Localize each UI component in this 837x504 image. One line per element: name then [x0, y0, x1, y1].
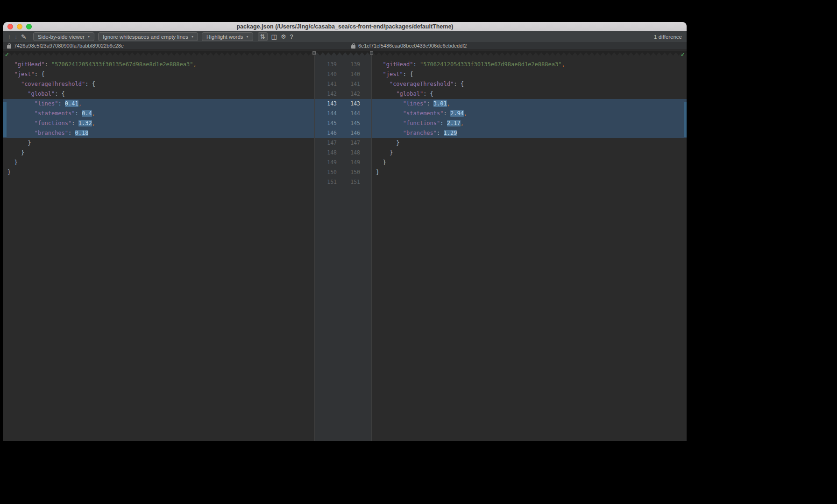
gutter-line-145[interactable]: 145145: [315, 119, 371, 128]
edit-icon[interactable]: ✎: [21, 34, 27, 40]
revision-bar: 7426a98c5f23a97080900fa7babbf89022b6e28e…: [3, 42, 687, 50]
code-token: : {: [423, 91, 433, 97]
line-number[interactable]: 144: [337, 109, 360, 119]
code-token: }: [7, 159, 18, 166]
line-number[interactable]: 139: [337, 60, 360, 70]
gutter-line-148[interactable]: 148148: [315, 148, 371, 158]
code-token: : {: [454, 81, 464, 87]
code-token: "lines": [403, 100, 427, 107]
line-number[interactable]: 143: [315, 99, 337, 109]
help-icon[interactable]: ?: [290, 34, 293, 40]
minimize-button[interactable]: [17, 24, 22, 29]
code-token: "jest": [14, 71, 34, 77]
gutter-line-143[interactable]: 143143: [315, 99, 371, 109]
line-number[interactable]: 145: [315, 119, 337, 128]
diff-window: package.json (/Users/Jing/c/casaba_sea/c…: [3, 22, 687, 441]
line-number[interactable]: 139: [315, 60, 337, 70]
change-marker-stripe[interactable]: [684, 102, 687, 137]
code-line-146: "branches": 1.29: [372, 128, 687, 138]
right-code-pane[interactable]: "gitHead": "57062412054333f30135e67d98ae…: [372, 51, 687, 441]
code-token: "functions": [403, 120, 440, 126]
window-title: package.json (/Users/Jing/c/casaba_sea/c…: [3, 23, 687, 30]
code-token: [376, 100, 403, 107]
code-token: : {: [85, 81, 95, 87]
viewer-mode-dropdown[interactable]: Side-by-side viewer ▾: [33, 32, 94, 41]
toolbar: ↑ ↓ ✎ Side-by-side viewer ▾ Ignore white…: [3, 31, 687, 42]
line-number[interactable]: 146: [337, 128, 360, 138]
code-token: "jest": [383, 71, 403, 77]
code-token: ,: [78, 100, 82, 107]
code-line-141: "coverageThreshold": {: [372, 79, 687, 89]
gutter-line-146[interactable]: 146146: [315, 128, 371, 138]
line-number[interactable]: 148: [315, 148, 337, 158]
close-button[interactable]: [7, 24, 13, 29]
code-line-150: }: [372, 168, 687, 177]
code-token: }: [376, 169, 379, 175]
code-token: 2.17: [447, 120, 461, 126]
line-number[interactable]: 150: [337, 168, 360, 177]
line-number[interactable]: 146: [315, 128, 337, 138]
line-number[interactable]: 147: [337, 138, 360, 148]
previous-difference-icon[interactable]: ↑: [8, 34, 11, 40]
gutter-line-149[interactable]: 149149: [315, 158, 371, 168]
folded-lines-separator[interactable]: [3, 51, 687, 56]
whitespace-mode-dropdown[interactable]: Ignore whitespaces and empty lines ▾: [98, 32, 198, 41]
gutter-line-139[interactable]: 139139: [315, 60, 371, 70]
line-number[interactable]: 143: [337, 99, 360, 109]
code-line-139: "gitHead": "57062412054333f30135e67d98ae…: [3, 60, 314, 70]
fold-marker-icon[interactable]: [312, 51, 316, 55]
gutter-line-151[interactable]: 151151: [315, 177, 371, 187]
gutter-line-142[interactable]: 142142: [315, 89, 371, 99]
code-line-145: "functions": 2.17,: [372, 119, 687, 128]
code-token: [376, 91, 396, 97]
line-number-gutter[interactable]: 1391391401401411411421421431431441441451…: [314, 51, 372, 441]
line-number[interactable]: 145: [337, 119, 360, 128]
code-token: :: [68, 130, 75, 136]
code-line-142: "global": {: [372, 89, 687, 99]
line-number[interactable]: 149: [315, 158, 337, 168]
line-number[interactable]: 140: [337, 70, 360, 79]
code-token: [7, 61, 14, 68]
next-difference-icon[interactable]: ↓: [14, 34, 17, 40]
fold-marker-icon[interactable]: [370, 51, 373, 55]
code-line-139: "gitHead": "57062412054333f30135e67d98ae…: [372, 60, 687, 70]
gear-icon[interactable]: ⚙: [281, 34, 286, 40]
code-token: "statements": [35, 110, 75, 117]
line-number[interactable]: 142: [315, 89, 337, 99]
gutter-line-147[interactable]: 147147: [315, 138, 371, 148]
code-line-150: }: [3, 168, 314, 177]
code-line-140: "jest": {: [372, 70, 687, 79]
collapse-unchanged-icon[interactable]: ⇅: [258, 32, 268, 41]
code-token: : {: [55, 91, 65, 97]
titlebar[interactable]: package.json (/Users/Jing/c/casaba_sea/c…: [3, 22, 687, 31]
code-line-143: "lines": 3.01,: [372, 99, 687, 109]
line-number[interactable]: 150: [315, 168, 337, 177]
line-number[interactable]: 140: [315, 70, 337, 79]
line-number[interactable]: 147: [315, 138, 337, 148]
two-panes-icon[interactable]: ◫: [271, 34, 277, 40]
line-number[interactable]: 141: [337, 79, 360, 89]
code-token: "57062412054333f30135e67d98ae8d1e2e888ea…: [51, 61, 193, 68]
line-number[interactable]: 141: [315, 79, 337, 89]
code-token: "coverageThreshold": [390, 81, 454, 87]
highlight-mode-dropdown[interactable]: Highlight words ▾: [202, 32, 253, 41]
line-number[interactable]: 142: [337, 89, 360, 99]
line-number[interactable]: 151: [337, 177, 360, 187]
gutter-line-144[interactable]: 144144: [315, 109, 371, 119]
change-marker-stripe[interactable]: [3, 102, 7, 137]
line-number[interactable]: 148: [337, 148, 360, 158]
line-number[interactable]: 144: [315, 109, 337, 119]
gutter-line-140[interactable]: 140140: [315, 70, 371, 79]
code-token: ,: [193, 61, 196, 68]
zoom-button[interactable]: [26, 24, 32, 29]
gutter-line-150[interactable]: 150150: [315, 168, 371, 177]
chevron-down-icon: ▾: [88, 35, 90, 39]
code-line-147: }: [3, 138, 314, 148]
line-number[interactable]: 149: [337, 158, 360, 168]
gutter-line-141[interactable]: 141141: [315, 79, 371, 89]
left-code-pane[interactable]: "gitHead": "57062412054333f30135e67d98ae…: [3, 51, 314, 441]
code-token: "lines": [35, 100, 58, 107]
line-number[interactable]: 151: [315, 177, 337, 187]
code-line-147: }: [372, 138, 687, 148]
code-line-148: }: [3, 148, 314, 158]
